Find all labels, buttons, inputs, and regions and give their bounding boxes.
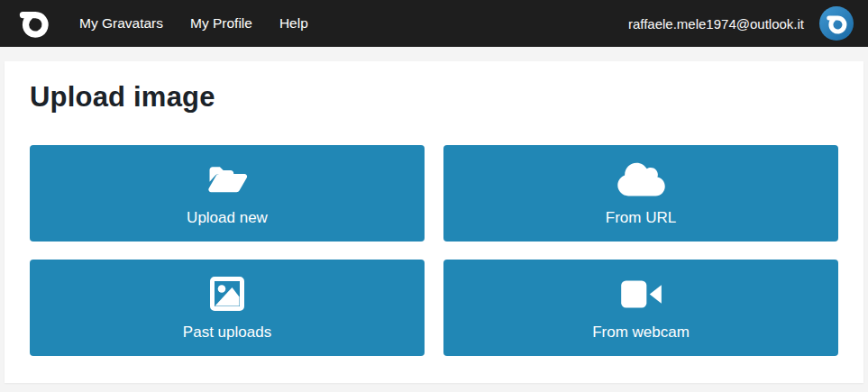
gravatar-logo[interactable] bbox=[18, 7, 50, 40]
cloud-icon bbox=[617, 160, 665, 198]
video-camera-icon bbox=[620, 275, 662, 313]
nav-item-my-profile[interactable]: My Profile bbox=[190, 15, 252, 32]
from-webcam-button[interactable]: From webcam bbox=[443, 260, 838, 356]
from-url-button[interactable]: From URL bbox=[443, 145, 838, 242]
image-icon bbox=[209, 275, 245, 313]
upload-image-panel: Upload image Upload new From URL bbox=[5, 61, 863, 383]
past-uploads-label: Past uploads bbox=[183, 324, 271, 340]
nav-item-my-gravatars[interactable]: My Gravatars bbox=[79, 15, 163, 32]
top-navbar: My Gravatars My Profile Help raffaele.me… bbox=[0, 0, 868, 47]
user-email: raffaele.mele1974@outlook.it bbox=[628, 16, 804, 32]
upload-options-grid: Upload new From URL Past uploads bbox=[30, 145, 838, 356]
upload-new-label: Upload new bbox=[187, 210, 268, 225]
navbar-links: My Gravatars My Profile Help bbox=[79, 15, 308, 32]
page-title: Upload image bbox=[30, 81, 838, 114]
from-url-label: From URL bbox=[606, 210, 676, 225]
nav-item-help[interactable]: Help bbox=[279, 15, 308, 32]
folder-open-icon bbox=[206, 160, 249, 198]
gravatar-logo-icon bbox=[18, 7, 50, 40]
from-webcam-label: From webcam bbox=[592, 324, 690, 340]
gravatar-avatar-icon bbox=[826, 13, 848, 35]
upload-new-button[interactable]: Upload new bbox=[30, 145, 425, 242]
user-avatar[interactable] bbox=[819, 6, 854, 41]
past-uploads-button[interactable]: Past uploads bbox=[30, 260, 425, 356]
